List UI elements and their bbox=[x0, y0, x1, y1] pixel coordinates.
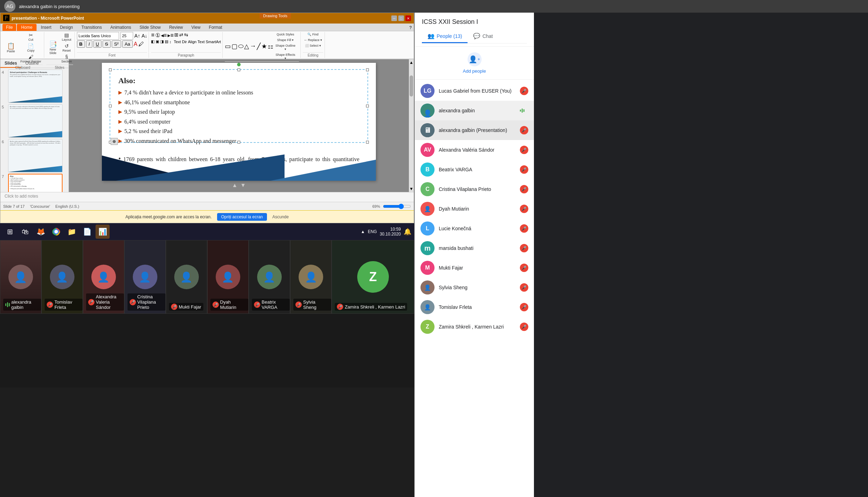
bullets-button[interactable]: ≡ bbox=[151, 32, 154, 39]
align-left-button[interactable]: ◧ bbox=[151, 39, 155, 44]
shape-arrow[interactable]: → bbox=[250, 42, 256, 50]
dec-indent-button[interactable]: ◂≡ bbox=[161, 32, 167, 39]
participant-lucas: LG Lucas Gabriel from EUSER (You) 🎤 bbox=[415, 81, 534, 101]
tab-transitions[interactable]: Transitions bbox=[77, 24, 106, 31]
next-slide-btn[interactable]: ▼ bbox=[240, 182, 246, 188]
cut-button[interactable]: ✂Cut bbox=[19, 32, 43, 42]
store-button[interactable]: 🛍 bbox=[18, 225, 32, 239]
align-center-button[interactable]: ▣ bbox=[156, 39, 159, 44]
add-people-button[interactable]: 👤+ bbox=[468, 52, 482, 66]
font-grow[interactable]: A↑ bbox=[135, 33, 140, 39]
tab-file[interactable]: File bbox=[2, 24, 16, 31]
tab-animations[interactable]: Animations bbox=[106, 24, 135, 31]
video-cell-sylvia: 👤 🎤 Sylvia Sheng bbox=[290, 240, 332, 314]
window-controls: ─ □ ✕ bbox=[391, 15, 411, 21]
font-name-input[interactable] bbox=[77, 32, 119, 40]
tab-insert[interactable]: Insert bbox=[37, 24, 56, 31]
paste-button[interactable]: 📋 Paste bbox=[3, 42, 19, 54]
shape-rect[interactable]: ▭ bbox=[225, 42, 231, 50]
ppt-taskbar-button[interactable]: 📊 bbox=[96, 225, 110, 239]
prev-slide-btn[interactable]: ▲ bbox=[232, 182, 237, 188]
ltr-button[interactable]: ⇆ bbox=[184, 32, 188, 39]
new-slide-button[interactable]: 📑 NewSlide bbox=[46, 40, 60, 56]
rtl-button[interactable]: ⇄ bbox=[179, 32, 183, 39]
minimize-button[interactable]: ─ bbox=[391, 15, 397, 21]
shape-triangle[interactable]: △ bbox=[244, 42, 249, 50]
maximize-button[interactable]: □ bbox=[398, 15, 404, 21]
pdf-button[interactable]: 📄 bbox=[80, 225, 94, 239]
italic-button[interactable]: I bbox=[86, 40, 92, 48]
dismiss-button[interactable]: Ascunde bbox=[272, 214, 289, 219]
start-button[interactable]: ⊞ bbox=[3, 225, 17, 239]
slide-scrollbar[interactable]: ▲ ▼ bbox=[409, 59, 414, 192]
zoom-slider[interactable] bbox=[383, 204, 411, 209]
case-button[interactable]: Aa bbox=[122, 40, 133, 48]
section-button[interactable]: §Section bbox=[60, 54, 73, 64]
name-sylvia: Sylvia Sheng bbox=[439, 285, 516, 290]
select-button[interactable]: ⬜ Select ▾ bbox=[304, 43, 322, 48]
slide-thumb-4[interactable]: 4 School participation: Challenges in Ro… bbox=[2, 69, 67, 103]
add-people-label[interactable]: Add people bbox=[463, 68, 486, 74]
align-text-button[interactable]: Align Text bbox=[188, 40, 205, 44]
strikethrough-button[interactable]: S bbox=[103, 40, 111, 48]
scroll-up[interactable]: ▲ bbox=[409, 60, 413, 65]
copy-button[interactable]: 📄Copy bbox=[19, 43, 43, 53]
font-size-input[interactable] bbox=[120, 32, 133, 40]
video-name-sylvia: 🎤 Sylvia Sheng bbox=[293, 299, 331, 311]
slide-thumb-5[interactable]: 5 According to a study conducted in Roma… bbox=[2, 104, 67, 138]
font-color-button[interactable]: A bbox=[134, 41, 138, 47]
shape-fill-button[interactable]: Shape Fill ▾ bbox=[274, 38, 296, 42]
underline-button[interactable]: U bbox=[93, 40, 102, 48]
people-tab[interactable]: 👥 People (13) bbox=[422, 30, 468, 43]
shape-oval[interactable]: ⬭ bbox=[238, 42, 243, 50]
layout-button[interactable]: ▤Layout bbox=[60, 32, 73, 42]
replace-button[interactable]: ↔ Replace ▾ bbox=[303, 38, 323, 42]
chat-tab[interactable]: 💬 Chat bbox=[468, 30, 498, 43]
tab-view[interactable]: View bbox=[187, 24, 205, 31]
close-button[interactable]: ✕ bbox=[405, 15, 411, 21]
line-spacing-button[interactable]: ↕ bbox=[169, 40, 171, 44]
find-button[interactable]: 🔍 Find bbox=[306, 32, 319, 37]
inc-indent-button[interactable]: ▸≡ bbox=[168, 32, 174, 39]
chrome-button[interactable] bbox=[49, 225, 63, 239]
tab-home[interactable]: Home bbox=[17, 24, 37, 31]
ribbon-collapse[interactable]: ? bbox=[407, 25, 414, 31]
mute-icon-cristina: 🎤 bbox=[130, 299, 136, 305]
firefox-button[interactable]: 🦊 bbox=[34, 225, 48, 239]
shape-outline-button[interactable]: Shape Outline ▾ bbox=[274, 43, 296, 52]
scroll-down[interactable]: ▼ bbox=[409, 186, 413, 191]
col-button[interactable]: ⊞ bbox=[174, 32, 178, 39]
stop-sharing-button[interactable]: Opriți accesul la ecran bbox=[217, 213, 267, 221]
shape-line[interactable]: ╱ bbox=[257, 42, 261, 50]
shape-effects-button[interactable]: Shape Effects ▾ bbox=[274, 52, 296, 61]
shape-star[interactable]: ★ bbox=[261, 42, 267, 50]
shape-rounded[interactable]: ▢ bbox=[231, 42, 237, 50]
quick-styles-button[interactable]: Quick Styles bbox=[274, 32, 296, 37]
format-painter-button[interactable]: 🖌Format Painter bbox=[19, 54, 43, 64]
mute-zamira: 🎤 bbox=[520, 323, 528, 331]
ribbon-group-font: A↑ A↓ B I U S S² Aa A 🖊 bbox=[76, 32, 149, 58]
numbering-button[interactable]: ① bbox=[155, 32, 160, 39]
resize-handle[interactable]: ⊕ bbox=[111, 138, 118, 145]
tab-review[interactable]: Review bbox=[165, 24, 187, 31]
bold-button[interactable]: B bbox=[77, 40, 85, 48]
tab-design[interactable]: Design bbox=[56, 24, 77, 31]
shadow-button[interactable]: S² bbox=[112, 40, 121, 48]
slide-thumb-7[interactable]: 7 Also: ▸ 7,4% didn't have a device▸ 46,… bbox=[2, 174, 67, 192]
slide-thumb-6[interactable]: 6 Another study organized by World Visio… bbox=[2, 139, 67, 172]
reset-button[interactable]: ↺Reset bbox=[60, 43, 73, 53]
align-right-button[interactable]: ◨ bbox=[160, 39, 164, 44]
justify-button[interactable]: ▤ bbox=[165, 39, 168, 44]
scroll-thumb[interactable] bbox=[410, 75, 413, 97]
tab-slideshow[interactable]: Slide Show bbox=[135, 24, 165, 31]
highlight-button[interactable]: 🖊 bbox=[138, 41, 144, 47]
smartart-button[interactable]: SmartArt bbox=[206, 40, 221, 44]
slide-notes[interactable]: Click to add notes bbox=[0, 192, 414, 202]
font-shrink[interactable]: A↓ bbox=[142, 33, 147, 39]
notifications-icon[interactable]: 🔔 bbox=[404, 228, 411, 236]
text-direction-button[interactable]: Text Dir bbox=[174, 40, 187, 44]
folder-button[interactable]: 📁 bbox=[65, 225, 79, 239]
tab-format[interactable]: Format bbox=[205, 24, 227, 31]
arrange-button[interactable]: ⚏ bbox=[268, 42, 273, 50]
mute-icon-tomislav: 🎤 bbox=[47, 301, 53, 308]
